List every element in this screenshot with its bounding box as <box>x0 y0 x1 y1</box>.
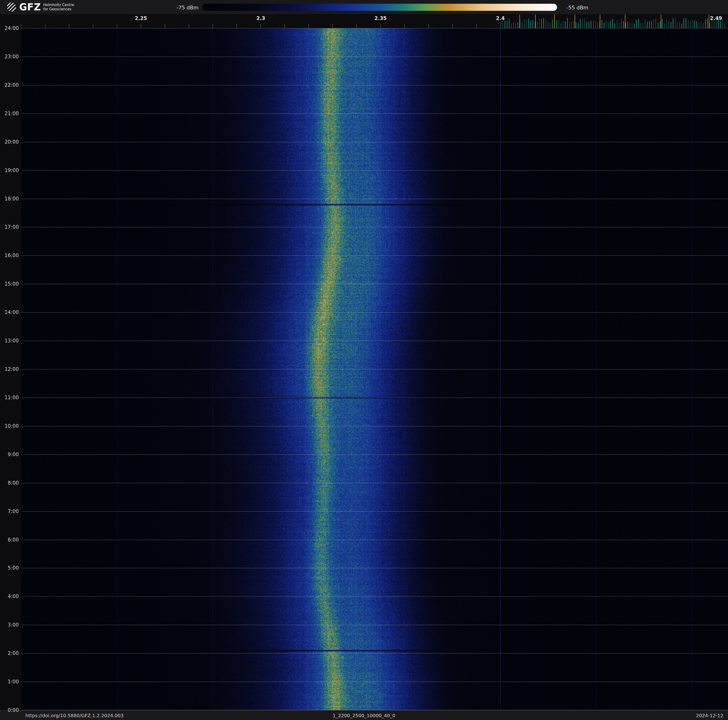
time-tick-label: 20:00 <box>0 139 19 145</box>
frequency-tick <box>580 19 581 28</box>
frequency-tick <box>714 18 714 28</box>
frequency-tick <box>671 22 671 28</box>
time-tick-label: 1:00 <box>0 679 19 685</box>
frequency-tick <box>428 24 429 28</box>
frequency-tick <box>701 22 702 28</box>
frequency-tick <box>524 19 525 28</box>
logo-subtitle-line2: for Geosciences <box>43 7 71 11</box>
logo-text: GFZ <box>19 2 41 12</box>
frequency-tick <box>503 20 503 28</box>
frequency-tick <box>720 21 721 28</box>
frequency-tick <box>520 15 520 28</box>
frequency-tick <box>664 23 665 28</box>
frequency-tick <box>515 23 516 28</box>
frequency-tick <box>668 21 669 28</box>
freq-gridline <box>309 28 309 710</box>
freq-gridline <box>117 28 117 710</box>
logo-subtitle-line1: Helmholtz Centre <box>43 3 74 7</box>
frequency-tick <box>645 20 645 28</box>
time-tick-label: 7:00 <box>0 509 19 514</box>
frequency-tick <box>718 18 719 28</box>
frequency-tick <box>578 23 578 28</box>
frequency-tick <box>608 22 609 28</box>
frequency-tick <box>634 23 635 28</box>
time-tick-label: 3:00 <box>0 622 19 628</box>
frequency-tick <box>621 18 622 28</box>
frequency-tick <box>550 23 551 28</box>
hour-gridline <box>21 483 728 483</box>
time-tick-label: 10:00 <box>0 423 19 429</box>
gfz-logo: GFZ Helmholtz Centre for Geosciences <box>6 2 74 12</box>
frequency-tick <box>632 23 632 28</box>
frequency-tick <box>656 19 656 28</box>
doi-link[interactable]: https://doi.org/10.5880/GFZ.1.2.2024.003 <box>25 713 124 718</box>
frequency-tick <box>309 24 309 28</box>
frequency-tick <box>546 19 546 28</box>
header-bar: GFZ Helmholtz Centre for Geosciences -75… <box>0 0 728 14</box>
frequency-tick <box>535 15 536 28</box>
frequency-tick <box>623 21 624 28</box>
spectrogram-viewer: GFZ Helmholtz Centre for Geosciences -75… <box>0 0 728 720</box>
frequency-tick <box>381 24 381 28</box>
frequency-tick <box>606 21 607 28</box>
frequency-tick <box>709 15 709 28</box>
frequency-tick <box>284 24 285 28</box>
frequency-tick <box>565 21 566 28</box>
frequency-tick <box>602 20 602 28</box>
frequency-tick <box>591 21 591 28</box>
frequency-tick <box>610 21 611 28</box>
time-tick-label: 22:00 <box>0 82 19 88</box>
frequency-tick <box>667 19 667 28</box>
hour-gridline <box>21 199 728 199</box>
frequency-tick <box>513 21 514 28</box>
frequency-tick <box>584 18 585 28</box>
hour-gridline <box>21 57 728 57</box>
frequency-tick <box>597 23 598 28</box>
frequency-tick <box>615 23 615 28</box>
time-tick-label: 2:00 <box>0 650 19 656</box>
freq-gridline <box>596 28 596 710</box>
frequency-tick <box>595 21 596 28</box>
hour-gridline <box>21 369 728 369</box>
colorbar-min-label: -75 dBm <box>164 5 199 11</box>
frequency-tick <box>710 23 710 28</box>
frequency-tick <box>660 21 661 28</box>
plot-area[interactable] <box>21 28 728 710</box>
frequency-tick <box>532 20 533 28</box>
frequency-tick <box>509 19 509 28</box>
frequency-tick <box>626 23 626 28</box>
time-tick-label: 9:00 <box>0 452 19 457</box>
frequency-tick <box>627 21 628 28</box>
frequency-tick <box>723 19 723 28</box>
frequency-tick <box>507 21 507 28</box>
frequency-tick <box>675 18 676 28</box>
time-tick-label: 12:00 <box>0 366 19 372</box>
frequency-tick <box>511 23 512 28</box>
frequency-tick <box>552 20 552 28</box>
frequency-tick <box>684 18 684 28</box>
frequency-tick <box>705 19 706 28</box>
frequency-tick <box>561 23 561 28</box>
frequency-tick <box>500 23 501 28</box>
frequency-tick <box>593 21 594 28</box>
time-tick-label: 19:00 <box>0 167 19 173</box>
frequency-tick <box>541 19 542 28</box>
frequency-tick <box>707 18 708 28</box>
frequency-tick <box>638 18 639 28</box>
frequency-tick <box>643 23 643 28</box>
frequency-tick <box>612 19 613 28</box>
frequency-tick <box>518 23 518 28</box>
frequency-tick <box>589 22 589 28</box>
hour-gridline <box>21 341 728 341</box>
frequency-tick <box>688 20 688 28</box>
freq-tick-label: 2.25 <box>135 15 147 21</box>
frequency-tick <box>699 23 699 28</box>
frequency-tick <box>703 23 704 28</box>
freq-tick-label: 2.3 <box>257 15 265 21</box>
frequency-tick <box>641 23 641 28</box>
frequency-tick <box>583 20 583 28</box>
time-tick-label: 0:00 <box>0 707 19 713</box>
frequency-tick <box>679 22 680 28</box>
time-tick-label: 16:00 <box>0 253 19 258</box>
frequency-tick <box>117 24 117 28</box>
